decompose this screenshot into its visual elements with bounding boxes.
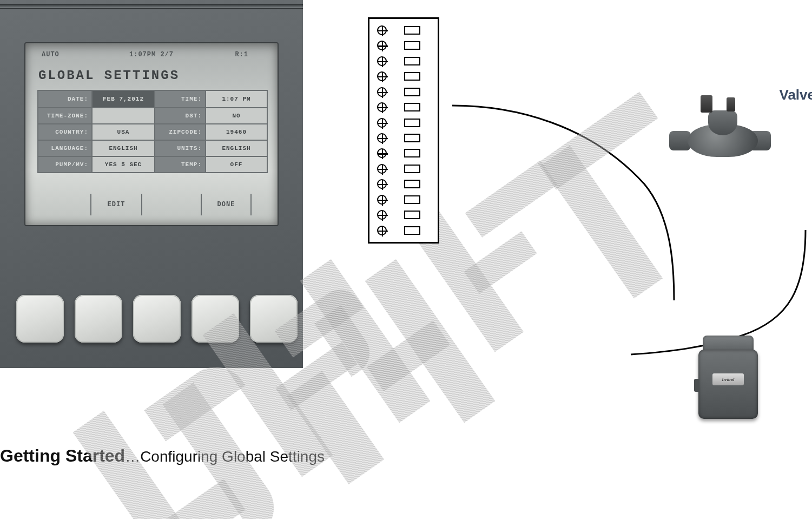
valve-body <box>666 108 774 173</box>
value-zipcode[interactable]: 19460 <box>206 124 267 140</box>
value-time[interactable]: 1:07 PM <box>206 91 267 107</box>
terminal-screw-icon <box>377 25 387 35</box>
terminal-screw-icon <box>377 164 387 174</box>
terminal-slot-icon <box>404 119 420 127</box>
terminal-screw-icon <box>377 226 387 235</box>
terminal-slot-icon <box>404 180 420 188</box>
terminal-row <box>369 54 438 69</box>
hw-button-5[interactable] <box>250 295 298 343</box>
terminal-slot-icon <box>404 72 420 81</box>
label-temp: TEMP: <box>155 157 206 172</box>
terminal-row <box>369 131 438 146</box>
terminal-screw-icon <box>377 148 387 158</box>
terminal-row <box>369 116 438 131</box>
terminal-slot-icon <box>404 103 420 111</box>
status-mode: AUTO <box>42 51 60 58</box>
softkey-edit[interactable]: EDIT <box>90 194 142 215</box>
terminal-slot-icon <box>404 211 420 219</box>
terminal-screw-icon <box>377 195 387 205</box>
terminal-screw-icon <box>377 133 387 143</box>
label-zipcode: ZIPCODE: <box>155 124 206 140</box>
label-date: DATE: <box>38 91 93 107</box>
value-temp[interactable]: OFF <box>206 157 267 172</box>
terminal-block-diagram <box>368 17 439 244</box>
status-clock: 1:07PM 2/7 <box>129 51 174 58</box>
softkey-done[interactable]: DONE <box>201 194 252 215</box>
terminal-screw-icon <box>377 41 387 50</box>
terminal-screw-icon <box>377 102 387 112</box>
hw-button-3[interactable] <box>133 295 181 343</box>
lcd-screen: AUTO 1:07PM 2/7 R:1 GLOBAL SETTINGS DATE… <box>24 42 279 226</box>
terminal-row <box>369 177 438 192</box>
terminal-row <box>369 38 438 54</box>
terminal-row <box>369 146 438 161</box>
screen-title: GLOBAL SETTINGS <box>38 68 180 83</box>
controller-photo: AUTO 1:07PM 2/7 R:1 GLOBAL SETTINGS DATE… <box>0 0 303 368</box>
terminal-screw-icon <box>377 87 387 97</box>
terminal-screw-icon <box>377 118 387 128</box>
settings-table: DATE: FEB 7,2012 TIME: 1:07 PM TIME-ZONE… <box>37 90 268 173</box>
terminal-slot-icon <box>404 195 420 204</box>
value-country[interactable]: USA <box>93 124 155 140</box>
label-time: TIME: <box>155 91 206 107</box>
hw-button-1[interactable] <box>16 295 64 343</box>
terminal-slot-icon <box>404 149 420 157</box>
caption-bold: Getting Started <box>0 446 125 465</box>
value-language[interactable]: ENGLISH <box>93 141 155 156</box>
hardware-buttons <box>16 295 298 343</box>
terminal-row <box>369 69 438 84</box>
terminal-row <box>369 85 438 100</box>
value-dst[interactable]: NO <box>206 108 267 123</box>
caption-rest: …Configuring Global Settings <box>125 448 325 465</box>
terminal-slot-icon <box>404 88 420 96</box>
terminal-slot-icon <box>404 134 420 142</box>
label-units: UNITS: <box>155 141 206 156</box>
terminal-screw-icon <box>377 179 387 189</box>
terminal-row <box>369 100 438 115</box>
terminal-slot-icon <box>404 226 420 235</box>
terminal-row <box>369 23 438 38</box>
terminal-slot-icon <box>404 26 420 35</box>
sensor-module: Irritrol <box>698 336 758 422</box>
valve-label: Valve <box>779 87 812 103</box>
terminal-slot-icon <box>404 41 420 50</box>
value-units[interactable]: ENGLISH <box>206 141 267 156</box>
status-r: R:1 <box>235 51 248 58</box>
section-caption: Getting Started…Configuring Global Setti… <box>0 446 325 466</box>
terminal-screw-icon <box>377 56 387 66</box>
terminal-slot-icon <box>404 165 420 173</box>
terminal-screw-icon <box>377 71 387 81</box>
label-language: LANGUAGE: <box>38 141 93 156</box>
sensor-brand-label: Irritrol <box>712 373 744 385</box>
label-country: COUNTRY: <box>38 124 93 140</box>
label-timezone: TIME-ZONE: <box>38 108 93 123</box>
terminal-row <box>369 162 438 177</box>
value-pumpmv[interactable]: YES 5 SEC <box>93 157 155 172</box>
value-timezone[interactable] <box>93 108 155 123</box>
terminal-row <box>369 193 438 208</box>
terminal-screw-icon <box>377 210 387 220</box>
label-pumpmv: PUMP/MV: <box>38 157 93 172</box>
hw-button-2[interactable] <box>75 295 122 343</box>
terminal-slot-icon <box>404 57 420 65</box>
valve-illustration: Valve <box>606 76 812 238</box>
hw-button-4[interactable] <box>192 295 239 343</box>
terminal-row <box>369 208 438 223</box>
value-date[interactable]: FEB 7,2012 <box>93 91 155 107</box>
label-dst: DST: <box>155 108 206 123</box>
terminal-row <box>369 224 438 239</box>
